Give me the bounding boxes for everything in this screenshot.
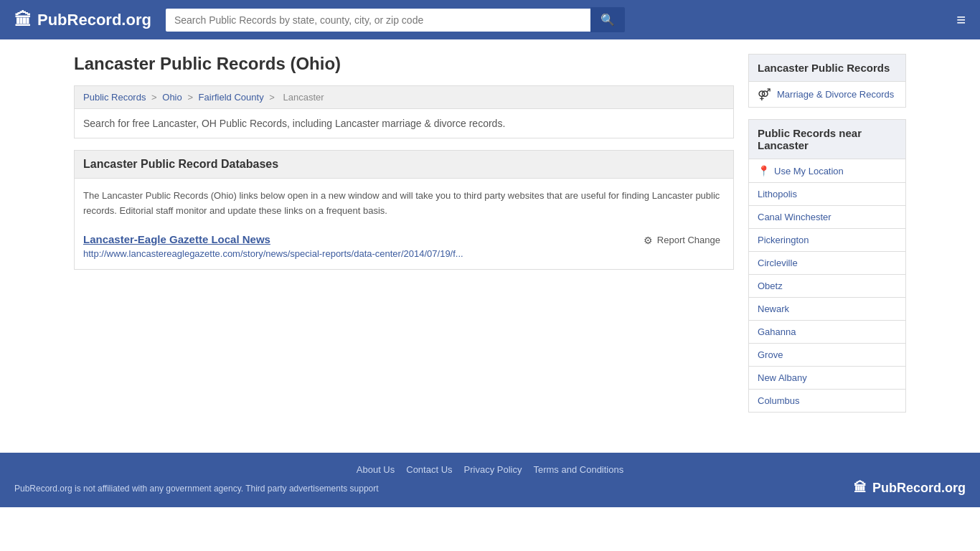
- nearby-circleville: Circleville: [748, 252, 906, 275]
- record-title-link[interactable]: Lancaster-Eagle Gazette Local News: [83, 233, 270, 245]
- databases-box: The Lancaster Public Records (Ohio) link…: [74, 179, 734, 270]
- footer-privacy[interactable]: Privacy Policy: [464, 464, 522, 475]
- nearby-canal-winchester: Canal Winchester: [748, 206, 906, 229]
- logo-icon: 🏛: [14, 10, 32, 30]
- search-bar: 🔍: [166, 7, 625, 32]
- nearby-link-new-albany[interactable]: New Albany: [758, 372, 807, 383]
- search-button[interactable]: 🔍: [590, 7, 625, 32]
- footer-bottom: PubRecord.org is not affiliated with any…: [14, 481, 966, 496]
- search-input[interactable]: [166, 9, 590, 32]
- record-title: Lancaster-Eagle Gazette Local News: [83, 233, 632, 245]
- record-url: http://www.lancastereaglegazette.com/sto…: [83, 248, 632, 259]
- breadcrumb-sep3: >: [269, 92, 275, 103]
- nearby-pickerington: Pickerington: [748, 229, 906, 252]
- nearby-obetz: Obetz: [748, 275, 906, 298]
- nearby-new-albany: New Albany: [748, 367, 906, 390]
- footer-disclaimer: PubRecord.org is not affiliated with any…: [14, 484, 379, 494]
- nearby-link-grove[interactable]: Grove: [758, 349, 783, 360]
- nearby-link-canal-winchester[interactable]: Canal Winchester: [758, 212, 831, 222]
- footer-about[interactable]: About Us: [357, 464, 395, 475]
- nearby-newark: Newark: [748, 298, 906, 321]
- footer-logo-icon: 🏛: [854, 481, 867, 496]
- nearby-link-gahanna[interactable]: Gahanna: [758, 326, 796, 337]
- logo[interactable]: 🏛 PubRecord.org: [14, 10, 151, 30]
- report-change-label: Report Change: [657, 235, 720, 245]
- nearby-link-newark[interactable]: Newark: [758, 303, 789, 314]
- record-entry-left: Lancaster-Eagle Gazette Local News http:…: [83, 233, 632, 259]
- page-title: Lancaster Public Records (Ohio): [74, 54, 734, 74]
- nearby-columbus: Columbus: [748, 390, 906, 413]
- sidebar-heading-2: Public Records near Lancaster: [748, 119, 906, 159]
- breadcrumb-sep2: >: [187, 92, 193, 103]
- nearby-link-lithopolis[interactable]: Lithopolis: [758, 189, 797, 199]
- nearby-link-columbus[interactable]: Columbus: [758, 395, 800, 406]
- footer-links: About Us Contact Us Privacy Policy Terms…: [14, 464, 966, 475]
- sidebar-section-2: Public Records near Lancaster 📍 Use My L…: [748, 119, 906, 413]
- nearby-grove: Grove: [748, 344, 906, 367]
- breadcrumb-public-records[interactable]: Public Records: [83, 92, 146, 103]
- footer-terms[interactable]: Terms and Conditions: [533, 464, 623, 475]
- nearby-link-obetz[interactable]: Obetz: [758, 281, 783, 291]
- sidebar-heading-1: Lancaster Public Records: [748, 54, 906, 82]
- breadcrumb-lancaster: Lancaster: [283, 92, 324, 103]
- sidebar: Lancaster Public Records ⚤ Marriage & Di…: [748, 54, 906, 424]
- description-box: Search for free Lancaster, OH Public Rec…: [74, 108, 734, 138]
- search-icon: 🔍: [600, 14, 615, 26]
- breadcrumb: Public Records > Ohio > Fairfield County…: [74, 85, 734, 108]
- description-text: Search for free Lancaster, OH Public Rec…: [83, 118, 725, 129]
- record-entry: Lancaster-Eagle Gazette Local News http:…: [83, 233, 725, 259]
- use-location-button[interactable]: 📍 Use My Location: [748, 159, 906, 183]
- sidebar-section-1: Lancaster Public Records ⚤ Marriage & Di…: [748, 54, 906, 108]
- report-icon: ⚙: [644, 235, 653, 246]
- menu-button[interactable]: ≡: [956, 11, 966, 29]
- content-area: Lancaster Public Records (Ohio) Public R…: [74, 54, 734, 424]
- nearby-gahanna: Gahanna: [748, 321, 906, 344]
- report-change-button[interactable]: ⚙ Report Change: [639, 233, 725, 248]
- footer-contact[interactable]: Contact Us: [406, 464, 452, 475]
- breadcrumb-ohio[interactable]: Ohio: [162, 92, 182, 103]
- use-location-label: Use My Location: [774, 166, 844, 176]
- databases-heading: Lancaster Public Record Databases: [74, 150, 734, 179]
- main-container: Lancaster Public Records (Ohio) Public R…: [60, 39, 920, 438]
- nearby-link-pickerington[interactable]: Pickerington: [758, 235, 809, 245]
- nearby-lithopolis: Lithopolis: [748, 183, 906, 206]
- breadcrumb-sep1: >: [151, 92, 157, 103]
- nearby-link-circleville[interactable]: Circleville: [758, 258, 798, 268]
- menu-icon: ≡: [956, 11, 966, 29]
- location-icon: 📍: [758, 165, 770, 176]
- logo-text: PubRecord.org: [37, 11, 151, 29]
- footer: About Us Contact Us Privacy Policy Terms…: [0, 453, 980, 507]
- breadcrumb-fairfield[interactable]: Fairfield County: [199, 92, 264, 103]
- databases-body: The Lancaster Public Records (Ohio) link…: [83, 189, 725, 219]
- marriage-records-link[interactable]: Marriage & Divorce Records: [777, 89, 894, 100]
- sidebar-marriage-item: ⚤ Marriage & Divorce Records: [748, 82, 906, 108]
- footer-logo-text: PubRecord.org: [872, 481, 966, 496]
- header: 🏛 PubRecord.org 🔍 ≡: [0, 0, 980, 39]
- gender-icon: ⚤: [758, 88, 771, 101]
- footer-logo: 🏛 PubRecord.org: [854, 481, 966, 496]
